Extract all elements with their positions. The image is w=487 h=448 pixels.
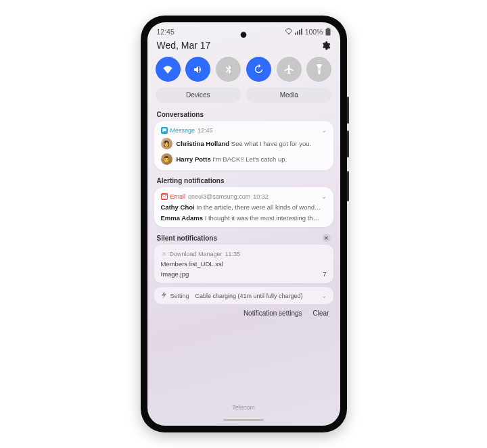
- chevron-down-icon[interactable]: ⌄: [321, 193, 327, 200]
- silent-text: Silent notifications: [157, 234, 217, 242]
- download-card[interactable]: Download Manager 11:35 Members list_UDL.…: [154, 245, 333, 283]
- charging-text: Cable charging (41m until fully charged): [195, 293, 303, 299]
- volume-up-button: [347, 97, 349, 124]
- svg-point-0: [288, 33, 289, 34]
- avatar: 👩: [161, 138, 172, 149]
- screen: 12:45 100% Wed, Mar 17: [147, 22, 340, 426]
- file-count: 7: [323, 270, 326, 278]
- footer-actions: Notification settings Clear: [147, 307, 340, 320]
- sender: Christina Holland: [177, 140, 230, 147]
- email-header: Email oneui3@samsung.com 10:32 ⌄: [161, 193, 327, 200]
- status-indicators: 100%: [285, 28, 331, 36]
- svg-rect-4: [301, 29, 302, 35]
- bluetooth-toggle[interactable]: [216, 57, 241, 82]
- preview: I'm BACK!! Let's catch up.: [212, 155, 287, 163]
- alerting-text: Alerting notifications: [157, 177, 225, 184]
- bolt-icon: [161, 291, 167, 300]
- rotation-toggle[interactable]: [246, 57, 271, 82]
- conversations-label: Conversations: [147, 108, 340, 121]
- svg-rect-6: [325, 29, 330, 36]
- download-header: Download Manager 11:35: [161, 250, 327, 257]
- phone-frame: 12:45 100% Wed, Mar 17: [141, 16, 347, 432]
- app-name-email: Email: [170, 193, 186, 200]
- silent-label: Silent notifications ✕: [147, 231, 340, 245]
- sender: Cathy Choi: [161, 203, 195, 211]
- convo-time: 12:45: [198, 127, 213, 134]
- sender: Harry Potts: [177, 155, 211, 163]
- chevron-down-icon[interactable]: ⌄: [321, 292, 327, 299]
- conversation-row[interactable]: 👩 Christina Holland See what I have got …: [161, 138, 327, 149]
- front-camera: [241, 32, 247, 38]
- email-time: 10:32: [253, 193, 269, 200]
- svg-rect-7: [319, 68, 320, 70]
- close-icon[interactable]: ✕: [323, 234, 331, 242]
- battery-icon: [325, 28, 331, 36]
- flashlight-toggle[interactable]: [306, 57, 331, 82]
- media-button[interactable]: Media: [246, 87, 332, 103]
- preview: See what I have got for you.: [231, 140, 311, 147]
- app-name-setting: Setting: [170, 293, 189, 299]
- carrier-label: Telecom: [147, 404, 340, 419]
- conversation-row[interactable]: 👨 Harry Potts I'm BACK!! Let's catch up.: [161, 153, 327, 165]
- svg-rect-5: [327, 28, 329, 29]
- nav-handle[interactable]: [223, 419, 264, 421]
- app-name-download: Download Manager: [170, 251, 223, 257]
- email-row[interactable]: Emma Adams I thought it was the most int…: [161, 214, 327, 222]
- avatar: 👨: [161, 153, 172, 165]
- app-name-message: Message: [170, 127, 195, 134]
- preview: In the article, there were all kinds of …: [196, 203, 321, 211]
- notification-settings-button[interactable]: Notification settings: [244, 309, 302, 317]
- email-card[interactable]: Email oneui3@samsung.com 10:32 ⌄ Cathy C…: [154, 187, 333, 227]
- clear-button[interactable]: Clear: [313, 309, 329, 317]
- devices-button[interactable]: Devices: [156, 87, 241, 103]
- conversation-card[interactable]: Message 12:45 ⌄ 👩 Christina Holland See …: [154, 121, 333, 170]
- file-row: Members list_UDL.xsl: [161, 260, 327, 268]
- wifi-icon: [285, 28, 293, 35]
- status-time: 12:45: [157, 28, 175, 36]
- sound-toggle[interactable]: [185, 57, 210, 82]
- header-row: Wed, Mar 17: [147, 38, 340, 54]
- airplane-toggle[interactable]: [277, 57, 302, 82]
- alerting-label: Alerting notifications: [147, 174, 340, 187]
- file-name: Members list_UDL.xsl: [161, 260, 223, 268]
- chevron-down-icon[interactable]: ⌄: [321, 126, 327, 134]
- signal-icon: [295, 28, 303, 35]
- download-time: 11:35: [225, 251, 241, 257]
- file-name: Image.jpg: [161, 270, 189, 278]
- file-row: Image.jpg 7: [161, 270, 327, 278]
- quick-settings-row: [147, 54, 340, 87]
- conversations-text: Conversations: [157, 111, 204, 118]
- pill-row: Devices Media: [147, 87, 340, 108]
- charging-card[interactable]: Setting Cable charging (41m until fully …: [154, 287, 333, 304]
- wifi-toggle[interactable]: [156, 57, 181, 82]
- volume-down-button: [347, 130, 349, 157]
- power-button: [347, 171, 349, 201]
- svg-rect-1: [295, 33, 296, 35]
- message-icon: [161, 127, 168, 134]
- date-text: Wed, Mar 17: [157, 40, 211, 51]
- sender: Emma Adams: [161, 214, 203, 222]
- download-icon: [161, 250, 167, 257]
- battery-percent: 100%: [305, 28, 323, 36]
- svg-rect-2: [297, 31, 298, 34]
- preview: I thought it was the most interesting th…: [205, 214, 320, 222]
- conversation-header: Message 12:45 ⌄: [161, 126, 327, 134]
- email-icon: [161, 193, 168, 200]
- settings-icon[interactable]: [321, 41, 331, 51]
- svg-rect-3: [299, 30, 300, 35]
- email-addr: oneui3@samsung.com: [188, 193, 250, 200]
- email-row[interactable]: Cathy Choi In the article, there were al…: [161, 203, 327, 211]
